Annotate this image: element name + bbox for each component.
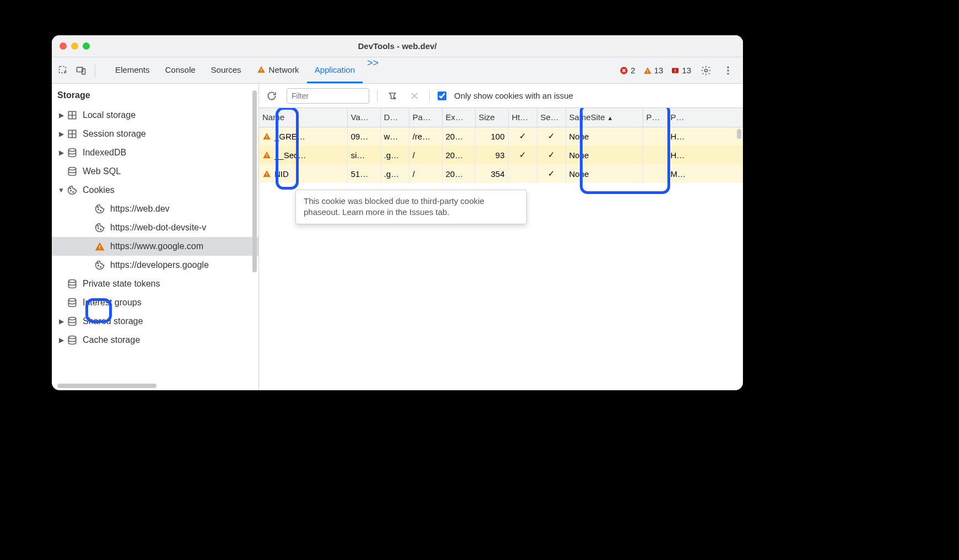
tree-item-sub[interactable]: https://web.dev bbox=[52, 200, 258, 218]
settings-icon[interactable] bbox=[699, 63, 713, 78]
issues-count[interactable]: 13 bbox=[671, 66, 691, 75]
more-tabs-button[interactable]: >> bbox=[363, 57, 383, 83]
cell-samesite: None bbox=[565, 146, 643, 164]
cookies-table: Name Va… D… Pa… Ex… Size Ht… Se… SameSit… bbox=[259, 108, 743, 183]
error-count[interactable]: 2 bbox=[619, 66, 635, 75]
cookie-row[interactable]: _GRE…09…w…/re…20…100✓✓NoneH… bbox=[259, 127, 743, 146]
close-window-button[interactable] bbox=[60, 42, 67, 50]
tree-item[interactable]: ▶Local storage bbox=[52, 106, 258, 125]
only-issues-checkbox[interactable] bbox=[438, 91, 446, 100]
tree-item[interactable]: ▶Cache storage bbox=[52, 331, 258, 349]
tab-network[interactable]: Network bbox=[249, 57, 307, 83]
svg-rect-39 bbox=[266, 154, 267, 156]
svg-point-20 bbox=[73, 192, 74, 193]
warning-icon bbox=[262, 150, 271, 159]
tree-item[interactable]: ▶Shared storage bbox=[52, 312, 258, 331]
db-icon bbox=[66, 147, 78, 159]
svg-point-23 bbox=[100, 211, 101, 212]
delete-icon[interactable] bbox=[407, 89, 422, 103]
kebab-menu-icon[interactable] bbox=[721, 63, 735, 78]
expand-arrow-icon[interactable]: ▶ bbox=[57, 111, 65, 119]
tree-item[interactable]: Interest groups bbox=[52, 293, 258, 312]
device-toolbar-icon[interactable] bbox=[74, 63, 88, 78]
cookies-toolbar: Only show cookies with an issue bbox=[259, 84, 743, 108]
cookies-panel: Only show cookies with an issue Name Va bbox=[259, 84, 743, 390]
clear-filter-icon[interactable] bbox=[385, 89, 400, 103]
col-httponly[interactable]: Ht… bbox=[508, 108, 537, 127]
tree-item[interactable]: Private state tokens bbox=[52, 274, 258, 293]
svg-point-22 bbox=[98, 209, 99, 210]
svg-rect-41 bbox=[266, 173, 267, 175]
inspect-element-icon[interactable] bbox=[56, 63, 71, 78]
expand-arrow-icon[interactable]: ▶ bbox=[57, 149, 65, 157]
cell-priority: H… bbox=[667, 146, 743, 164]
tab-console[interactable]: Console bbox=[158, 57, 203, 83]
svg-rect-42 bbox=[266, 175, 267, 176]
col-domain[interactable]: D… bbox=[380, 108, 409, 127]
svg-point-34 bbox=[68, 299, 76, 301]
expand-arrow-icon[interactable]: ▼ bbox=[57, 186, 65, 194]
tree-item[interactable]: ▶IndexedDB bbox=[52, 143, 258, 162]
cell-secure: ✓ bbox=[537, 146, 565, 164]
svg-rect-3 bbox=[261, 69, 261, 71]
cell-value: si… bbox=[347, 146, 380, 164]
col-samesite[interactable]: SameSite▲ bbox=[565, 108, 643, 127]
minimize-window-button[interactable] bbox=[71, 42, 78, 50]
cell-name: __Sec… bbox=[259, 146, 347, 164]
panel-tabs: Elements Console Sources Network Applica… bbox=[107, 57, 383, 83]
col-priority[interactable]: P… bbox=[667, 108, 743, 127]
svg-point-31 bbox=[100, 267, 101, 268]
tree-item-sub[interactable]: https://web-dot-devsite-v bbox=[52, 218, 258, 237]
cell-path: /re… bbox=[409, 127, 442, 146]
tree-item-label: Session storage bbox=[83, 129, 146, 139]
table-vertical-scrollbar[interactable] bbox=[737, 129, 741, 139]
grid-icon bbox=[66, 128, 78, 140]
cookie-row[interactable]: __Sec…si….g…/20…93✓✓NoneH… bbox=[259, 146, 743, 164]
col-secure[interactable]: Se… bbox=[537, 108, 565, 127]
svg-point-30 bbox=[98, 265, 99, 266]
cookie-icon bbox=[94, 203, 106, 215]
cell-expires: 20… bbox=[442, 164, 475, 183]
status-indicators: 2 13 13 bbox=[619, 63, 739, 78]
col-partition[interactable]: P… bbox=[643, 108, 667, 127]
tree-item[interactable]: ▶Session storage bbox=[52, 125, 258, 143]
refresh-icon[interactable] bbox=[265, 89, 279, 103]
svg-rect-6 bbox=[647, 69, 648, 71]
col-value[interactable]: Va… bbox=[347, 108, 380, 127]
tree-item-label: Web SQL bbox=[83, 166, 121, 176]
tab-elements[interactable]: Elements bbox=[107, 57, 158, 83]
tree-item-label: Cookies bbox=[83, 185, 115, 195]
tree-item[interactable]: Web SQL bbox=[52, 162, 258, 181]
col-expires[interactable]: Ex… bbox=[442, 108, 475, 127]
db-icon bbox=[66, 315, 78, 327]
sidebar-horizontal-scrollbar[interactable] bbox=[57, 384, 157, 388]
filter-input[interactable] bbox=[287, 88, 369, 104]
tab-sources[interactable]: Sources bbox=[203, 57, 249, 83]
col-name[interactable]: Name bbox=[259, 108, 347, 127]
tree-item-sub[interactable]: https://www.google.com bbox=[52, 237, 258, 256]
cell-expires: 20… bbox=[442, 146, 475, 164]
svg-point-36 bbox=[68, 336, 76, 339]
col-size[interactable]: Size bbox=[475, 108, 508, 127]
svg-rect-38 bbox=[266, 138, 267, 138]
tree-item[interactable]: ▼Cookies bbox=[52, 181, 258, 200]
sidebar-vertical-scrollbar[interactable] bbox=[252, 90, 257, 272]
cookie-row[interactable]: NID51….g…/20…354✓NoneM… bbox=[259, 164, 743, 183]
warning-count[interactable]: 13 bbox=[643, 66, 664, 75]
cookie-icon bbox=[66, 184, 78, 196]
cell-http: ✓ bbox=[508, 146, 537, 164]
tree-item-label: IndexedDB bbox=[83, 148, 126, 158]
cell-secure: ✓ bbox=[537, 164, 565, 183]
col-path[interactable]: Pa… bbox=[409, 108, 442, 127]
tree-item-label: Cache storage bbox=[83, 335, 140, 345]
cell-samesite: None bbox=[565, 127, 643, 146]
expand-arrow-icon[interactable]: ▶ bbox=[57, 317, 65, 325]
expand-arrow-icon[interactable]: ▶ bbox=[57, 130, 65, 138]
cell-priority: H… bbox=[667, 127, 743, 146]
table-header-row: Name Va… D… Pa… Ex… Size Ht… Se… SameSit… bbox=[259, 108, 743, 127]
tree-item-sub[interactable]: https://developers.google bbox=[52, 256, 258, 274]
zoom-window-button[interactable] bbox=[83, 42, 90, 50]
expand-arrow-icon[interactable]: ▶ bbox=[57, 336, 65, 344]
separator bbox=[95, 64, 95, 77]
tab-application[interactable]: Application bbox=[307, 57, 363, 83]
